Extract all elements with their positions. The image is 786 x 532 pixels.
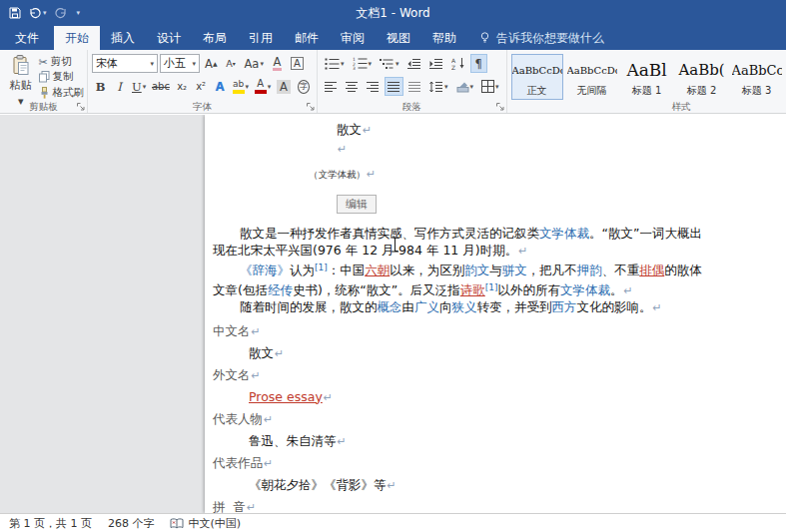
- red-hyperlink[interactable]: 排偶: [639, 263, 664, 277]
- hyperlink[interactable]: 骈文: [502, 263, 527, 277]
- style-preview: AaBbCcDd: [567, 58, 617, 83]
- caret-down-icon: ▾: [444, 83, 448, 91]
- customize-qat-button[interactable]: ▾: [75, 9, 81, 17]
- hyperlink[interactable]: 韵文: [464, 263, 489, 277]
- proofing-status[interactable]: 中文(中国): [170, 516, 241, 531]
- tab-layout[interactable]: 布局: [192, 26, 238, 50]
- align-right-button[interactable]: [364, 77, 383, 96]
- edit-button[interactable]: 编辑: [337, 195, 377, 214]
- redo-button[interactable]: [55, 7, 67, 19]
- status-page-info[interactable]: 第 1 页，共 1 页: [9, 516, 92, 531]
- caret-down-icon: ▾: [260, 60, 264, 68]
- align-left-button[interactable]: [322, 77, 341, 96]
- hyperlink[interactable]: 广义: [414, 299, 439, 314]
- hyperlink[interactable]: [1]: [315, 263, 328, 272]
- document-page[interactable]: 散文↵↵（文学体裁）↵编辑散文是一种抒发作者真情实感、写作方式灵活的记叙类文学体…: [205, 115, 786, 513]
- paragraph-mark: ↵: [251, 325, 261, 338]
- tab-references[interactable]: 引用: [238, 26, 284, 50]
- subscript-button[interactable]: x₂: [174, 77, 191, 96]
- decrease-indent-button[interactable]: [404, 54, 424, 73]
- distribute-button[interactable]: [405, 77, 424, 96]
- style-heading1[interactable]: AaBl 标题 1: [621, 54, 673, 100]
- paste-button[interactable]: 粘贴 ▾: [3, 52, 39, 100]
- show-marks-button[interactable]: ¶: [470, 54, 487, 73]
- red-hyperlink[interactable]: 六朝: [365, 263, 390, 277]
- doc-text: 的散体: [664, 263, 702, 277]
- status-word-count[interactable]: 268 个字: [108, 516, 155, 531]
- copy-button[interactable]: 复制: [39, 70, 85, 84]
- char-border-label: A: [291, 57, 304, 70]
- hyperlink[interactable]: 概念: [378, 299, 402, 314]
- change-case-button[interactable]: Aa▾: [242, 54, 267, 73]
- paragraph-dialog-launcher[interactable]: [495, 102, 505, 112]
- hyperlink[interactable]: 文学体裁: [539, 226, 589, 241]
- hyperlink[interactable]: 狭义: [452, 299, 477, 314]
- font-color-bar: [255, 90, 267, 94]
- paragraph-mark: ↵: [622, 284, 632, 297]
- red-hyperlink[interactable]: Prose essay: [249, 389, 323, 404]
- sort-button[interactable]: AZ: [448, 54, 468, 73]
- tab-mailings[interactable]: 邮件: [284, 26, 330, 50]
- document-area[interactable]: 散文↵↵（文学体裁）↵编辑散文是一种抒发作者真情实感、写作方式灵活的记叙类文学体…: [0, 115, 786, 513]
- infobox-label: 拼 音↵: [213, 496, 660, 514]
- clipboard-dialog-launcher[interactable]: [76, 102, 86, 112]
- style-no-spacing[interactable]: AaBbCcDd 无间隔: [566, 54, 618, 100]
- save-button[interactable]: [9, 7, 21, 19]
- tab-view[interactable]: 视图: [376, 26, 421, 50]
- hyperlink[interactable]: [1]: [485, 282, 498, 292]
- strikethrough-button[interactable]: abc: [150, 77, 171, 96]
- char-shading-button[interactable]: A: [275, 77, 293, 96]
- font-name-value: 宋体: [96, 56, 118, 71]
- align-center-button[interactable]: [343, 77, 362, 96]
- tab-home[interactable]: 开始: [54, 26, 100, 50]
- text-effects-button[interactable]: A: [212, 77, 229, 96]
- bullets-button[interactable]: ▾: [322, 54, 348, 73]
- tab-file[interactable]: 文件: [0, 26, 54, 50]
- char-border-button[interactable]: A: [288, 54, 307, 73]
- tab-help[interactable]: 帮助: [421, 26, 467, 50]
- style-heading3[interactable]: AaBbCc 标题 3: [731, 54, 783, 100]
- highlight-button[interactable]: ab▾: [231, 77, 251, 96]
- caret-down-icon: ▾: [192, 60, 196, 68]
- italic-button[interactable]: I: [111, 77, 128, 96]
- tab-review[interactable]: 审阅: [330, 26, 376, 50]
- style-preview: AaBl: [622, 58, 672, 83]
- shading-button[interactable]: ▾: [453, 77, 477, 96]
- red-hyperlink[interactable]: 诗歌: [460, 282, 485, 297]
- font-size-select[interactable]: 小五 ▾: [160, 54, 200, 73]
- multilevel-list-button[interactable]: ▾: [377, 54, 402, 73]
- justify-button[interactable]: [385, 77, 403, 96]
- bold-button[interactable]: B: [92, 77, 109, 96]
- paste-icon: [12, 55, 30, 76]
- font-color-button[interactable]: A▾: [253, 77, 273, 96]
- underline-button[interactable]: U▾: [130, 77, 148, 96]
- hyperlink[interactable]: 西方: [552, 299, 577, 314]
- hyperlink[interactable]: 文学体裁: [560, 282, 610, 297]
- clear-format-button[interactable]: A: [269, 54, 286, 73]
- font-dialog-launcher[interactable]: [306, 102, 316, 112]
- superscript-button[interactable]: x²: [193, 77, 210, 96]
- hyperlink[interactable]: 《辞海》: [240, 263, 290, 277]
- hyperlink[interactable]: 押韵: [577, 263, 602, 277]
- increase-indent-button[interactable]: [426, 54, 446, 73]
- caret-down-icon: ▾: [77, 9, 81, 17]
- hyperlink[interactable]: 经传: [268, 282, 293, 297]
- clipboard-small-buttons: ✂ 剪切 复制 格式刷: [39, 52, 85, 100]
- cut-button[interactable]: ✂ 剪切: [39, 55, 85, 69]
- shrink-font-button[interactable]: A▾: [223, 54, 240, 73]
- style-heading2[interactable]: AaBb( 标题 2: [676, 54, 728, 100]
- style-name: 无间隔: [577, 85, 607, 96]
- enclose-char-button[interactable]: 字: [295, 77, 313, 96]
- font-name-select[interactable]: 宋体 ▾: [92, 54, 158, 73]
- doc-subtitle: （文学体裁）↵: [213, 168, 660, 181]
- tell-me-search[interactable]: 告诉我你想要做什么: [479, 26, 604, 50]
- numbering-button[interactable]: 123 ▾: [350, 54, 376, 73]
- grow-font-button[interactable]: A▲: [202, 54, 221, 73]
- undo-button[interactable]: ▾: [29, 7, 47, 19]
- format-painter-button[interactable]: 格式刷: [39, 86, 85, 100]
- tab-design[interactable]: 设计: [146, 26, 192, 50]
- style-normal[interactable]: AaBbCcDd 正文: [511, 54, 563, 100]
- line-spacing-button[interactable]: ▾: [426, 77, 451, 96]
- tab-insert[interactable]: 插入: [100, 26, 146, 50]
- borders-button[interactable]: ▾: [478, 77, 502, 96]
